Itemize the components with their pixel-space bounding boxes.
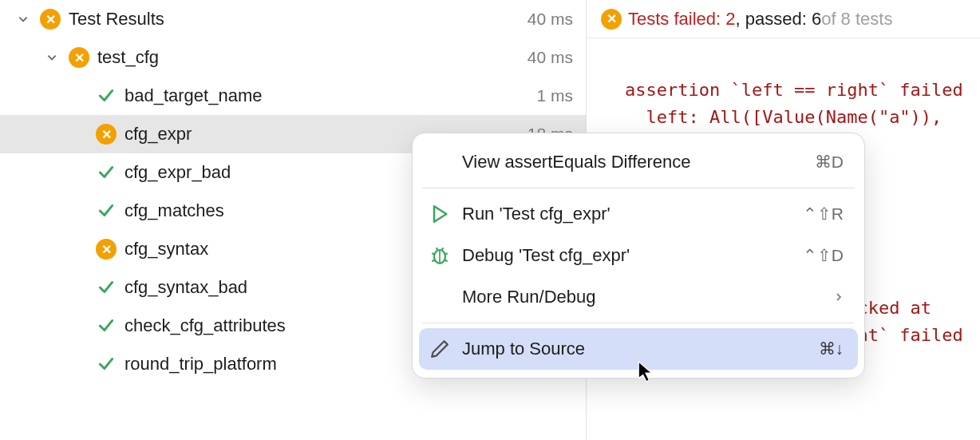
tree-row-suite[interactable]: test_cfg 40 ms bbox=[0, 38, 586, 77]
tree-suite-label: test_cfg bbox=[97, 47, 528, 68]
fail-icon bbox=[40, 9, 61, 30]
tree-suite-time: 40 ms bbox=[528, 48, 573, 67]
svg-line-6 bbox=[437, 248, 437, 250]
svg-line-5 bbox=[445, 260, 448, 261]
fail-icon bbox=[601, 9, 622, 30]
summary-of-tests: of 8 tests bbox=[821, 9, 892, 30]
debug-icon bbox=[429, 244, 451, 267]
menu-label: View assertEquals Difference bbox=[462, 152, 815, 172]
menu-shortcut: ⌃⇧R bbox=[803, 204, 844, 224]
menu-label: Jump to Source bbox=[462, 339, 819, 359]
test-summary-bar: Tests failed: 2 , passed: 6 of 8 tests bbox=[587, 0, 980, 38]
menu-separator bbox=[422, 323, 855, 323]
menu-debug[interactable]: Debug 'Test cfg_expr' ⌃⇧D bbox=[419, 235, 858, 276]
menu-label: More Run/Debug bbox=[462, 287, 834, 307]
menu-run[interactable]: Run 'Test cfg_expr' ⌃⇧R bbox=[419, 193, 858, 235]
chevron-down-icon[interactable] bbox=[43, 49, 61, 66]
menu-shortcut: ⌃⇧D bbox=[803, 246, 844, 265]
tree-root-label: Test Results bbox=[69, 9, 528, 30]
fail-icon bbox=[96, 124, 117, 145]
menu-label: Debug 'Test cfg_expr' bbox=[462, 245, 803, 266]
fail-icon bbox=[96, 239, 117, 260]
svg-line-3 bbox=[445, 253, 448, 254]
tree-row-root[interactable]: Test Results 40 ms bbox=[0, 0, 586, 38]
pass-icon bbox=[96, 277, 117, 298]
tree-row-test[interactable]: bad_target_name 1 ms bbox=[0, 77, 586, 115]
svg-line-4 bbox=[432, 260, 435, 261]
run-icon bbox=[429, 203, 451, 225]
svg-line-7 bbox=[442, 248, 443, 250]
pass-icon bbox=[96, 85, 117, 106]
output-line: left: All([Value(Name("a")), bbox=[625, 107, 942, 127]
pass-icon bbox=[96, 354, 117, 375]
menu-more-run-debug[interactable]: More Run/Debug bbox=[419, 276, 858, 318]
menu-separator bbox=[422, 188, 855, 188]
output-line: assertion `left == right` failed bbox=[625, 80, 963, 100]
menu-shortcut: ⌘↓ bbox=[819, 339, 844, 359]
chevron-down-icon[interactable] bbox=[14, 10, 32, 28]
pass-icon bbox=[96, 315, 117, 336]
blank-icon bbox=[429, 151, 451, 173]
tree-test-label: bad_target_name bbox=[124, 85, 536, 106]
menu-label: Run 'Test cfg_expr' bbox=[462, 204, 803, 224]
summary-failed: Tests failed: 2 bbox=[628, 9, 736, 30]
menu-shortcut: ⌘D bbox=[815, 153, 844, 172]
tree-root-time: 40 ms bbox=[528, 10, 573, 29]
edit-icon bbox=[429, 338, 451, 360]
pass-icon bbox=[96, 162, 117, 183]
cursor-icon bbox=[637, 361, 656, 383]
tree-test-time: 1 ms bbox=[536, 86, 573, 105]
menu-view-diff[interactable]: View assertEquals Difference ⌘D bbox=[419, 141, 858, 183]
svg-line-2 bbox=[432, 253, 435, 254]
fail-icon bbox=[69, 47, 89, 68]
context-menu: View assertEquals Difference ⌘D Run 'Tes… bbox=[412, 133, 865, 379]
summary-passed: , passed: 6 bbox=[736, 9, 822, 30]
blank-icon bbox=[429, 286, 451, 308]
chevron-right-icon bbox=[834, 292, 844, 302]
pass-icon bbox=[96, 200, 117, 221]
